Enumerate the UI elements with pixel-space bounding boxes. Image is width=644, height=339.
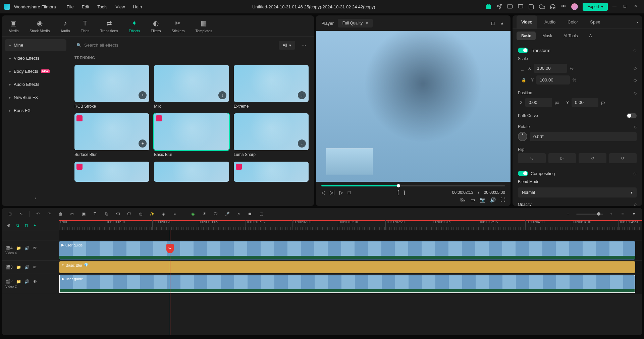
enhance-button[interactable]: ✨ xyxy=(149,211,155,217)
track-type-icon[interactable]: 🎬4 xyxy=(5,246,13,250)
prev-frame-button[interactable]: ◁ xyxy=(321,190,325,195)
transform-toggle[interactable] xyxy=(518,48,528,53)
volume-button[interactable]: 🔊 xyxy=(490,197,496,203)
keyframe-icon[interactable]: ◇ xyxy=(634,202,637,206)
snap-icon[interactable]: ✦ xyxy=(32,222,38,229)
zoom-handle[interactable] xyxy=(597,212,600,216)
copy-button[interactable]: ⎘ xyxy=(103,211,110,217)
cloud-icon[interactable] xyxy=(539,4,545,10)
scale-x-input[interactable] xyxy=(534,64,567,73)
sidebar-item-boris[interactable]: ▸Boris FX xyxy=(5,105,66,116)
stop-button[interactable]: □ xyxy=(348,190,351,195)
tab-templates[interactable]: ▦Templates xyxy=(196,19,212,33)
color-button[interactable]: ◎ xyxy=(137,211,144,217)
select-tool-icon[interactable]: ↖ xyxy=(18,211,25,217)
sidebar-item-newblue[interactable]: ▸NewBlue FX xyxy=(5,92,66,103)
view-mode-icon[interactable]: ≡ xyxy=(619,211,626,217)
sidebar-item-body-effects[interactable]: ▸Body EffectsNEW xyxy=(5,65,66,77)
track-visibility-icon[interactable]: 👁 xyxy=(33,265,37,270)
link-track-icon[interactable]: ⧉ xyxy=(14,222,21,229)
effect-card-rgb-stroke[interactable]: +RGB Stroke xyxy=(74,65,149,109)
tab-stock-media[interactable]: ◉Stock Media xyxy=(30,19,50,33)
record-icon[interactable]: ⏺ xyxy=(247,211,253,217)
effect-card[interactable] xyxy=(154,162,229,182)
quality-dropdown[interactable]: Full Quality▾ xyxy=(338,19,373,27)
effect-card[interactable] xyxy=(234,162,309,182)
compare-icon[interactable]: ◫ xyxy=(490,20,496,26)
more-tools-button[interactable]: » xyxy=(171,211,178,217)
rotate-cw-button[interactable]: ⟳ xyxy=(609,153,637,163)
track-type-icon[interactable]: 🎬3 xyxy=(5,265,13,270)
keyframe-icon[interactable]: ◇ xyxy=(633,48,637,53)
next-frame-button[interactable]: ▷| xyxy=(330,190,335,195)
adjust-button[interactable]: ☀ xyxy=(201,211,208,217)
zoom-out-button[interactable]: − xyxy=(565,211,572,217)
scale-y-input[interactable] xyxy=(536,75,570,84)
maximize-button[interactable]: ◻ xyxy=(623,4,629,10)
delete-button[interactable]: 🗑 xyxy=(57,211,64,217)
display-button[interactable]: ▭ xyxy=(471,197,475,203)
marker-list-button[interactable]: ⎘▾ xyxy=(461,197,466,203)
preview-viewport[interactable] xyxy=(316,31,511,182)
menu-help[interactable]: Help xyxy=(133,4,142,9)
track-folder-icon[interactable]: 📁 xyxy=(16,246,21,250)
more-options-button[interactable]: ⋯ xyxy=(299,40,309,50)
effect-card-luma-sharp[interactable]: ↓Luma Sharp xyxy=(234,113,309,157)
export-button[interactable]: Export▾ xyxy=(583,3,608,11)
rotate-input[interactable] xyxy=(530,132,637,141)
track-mute-icon[interactable]: 🔊 xyxy=(24,279,30,284)
link-icon[interactable]: 🔒 xyxy=(521,78,526,82)
cut-button[interactable]: ✂ xyxy=(69,211,75,217)
track-type-icon[interactable]: 🎬2 xyxy=(5,279,13,284)
track-content-2[interactable]: ▶ user guide xyxy=(59,274,642,294)
save-icon[interactable] xyxy=(528,4,534,10)
tab-filters[interactable]: ◐Filters xyxy=(151,19,161,33)
text-button[interactable]: T xyxy=(92,211,98,217)
menu-file[interactable]: File xyxy=(67,4,74,9)
subtab-a[interactable]: A xyxy=(584,32,596,40)
tab-stickers[interactable]: ✂Stickers xyxy=(171,19,184,33)
undo-button[interactable]: ↶ xyxy=(35,211,41,217)
video-clip[interactable]: ▶ user guide xyxy=(59,275,635,293)
tab-audio-props[interactable]: Audio xyxy=(540,15,560,29)
path-curve-toggle[interactable] xyxy=(627,113,637,118)
gift-icon[interactable] xyxy=(485,4,491,10)
tab-video[interactable]: Video xyxy=(517,15,537,29)
subtab-mask[interactable]: Mask xyxy=(538,32,557,40)
effect-card-surface-blur[interactable]: +Surface Blur xyxy=(74,113,149,157)
track-mute-icon[interactable]: 🔊 xyxy=(24,246,30,250)
view-dropdown[interactable]: ▾ xyxy=(631,211,637,217)
zoom-slider[interactable] xyxy=(576,214,603,215)
search-input[interactable] xyxy=(84,43,273,48)
user-avatar[interactable] xyxy=(571,3,578,10)
shield-icon[interactable]: 🛡 xyxy=(212,211,219,217)
tab-titles[interactable]: TTitles xyxy=(81,19,90,33)
music-icon[interactable]: ♬ xyxy=(235,211,242,217)
mic-icon[interactable]: 🎤 xyxy=(224,211,230,217)
progress-handle[interactable] xyxy=(397,184,400,187)
keyframe-icon[interactable]: ◇ xyxy=(634,91,637,95)
tab-media[interactable]: ▣Media xyxy=(9,19,19,33)
magnet-icon[interactable]: ⊓ xyxy=(23,222,30,229)
ai-button[interactable]: ◉ xyxy=(190,211,196,217)
compositing-toggle[interactable] xyxy=(518,171,528,176)
track-content-3[interactable]: ✦ Basic Blur 💎 xyxy=(59,261,642,274)
picture-icon[interactable]: ▲ xyxy=(499,20,505,26)
track-visibility-icon[interactable]: 👁 xyxy=(33,279,37,284)
timeline-ruler[interactable]: 0:00 00:00:00:10 00:00:00:20 00:00:01:05… xyxy=(59,220,642,230)
effect-card-extreme[interactable]: ↓Extreme xyxy=(234,65,309,109)
tab-effects[interactable]: ✦Effects xyxy=(129,19,140,33)
mark-out-button[interactable]: } xyxy=(404,190,405,195)
download-icon[interactable]: ↓ xyxy=(298,139,306,148)
sidebar-item-audio-effects[interactable]: ▸Audio Effects xyxy=(5,78,66,90)
tab-audio[interactable]: ♪Audio xyxy=(61,19,70,33)
screen-icon[interactable] xyxy=(518,4,524,10)
speed-button[interactable]: ⏱ xyxy=(126,211,132,217)
menu-edit[interactable]: Edit xyxy=(82,4,89,9)
playhead-handle[interactable]: ✂ xyxy=(166,244,174,253)
add-track-icon[interactable]: ⊕ xyxy=(5,222,12,229)
tabs-scroll-right[interactable]: › xyxy=(637,20,638,24)
download-icon[interactable]: ↓ xyxy=(218,91,226,99)
effect-card[interactable] xyxy=(74,162,149,182)
tab-transitions[interactable]: ⇄Transitions xyxy=(100,19,118,33)
